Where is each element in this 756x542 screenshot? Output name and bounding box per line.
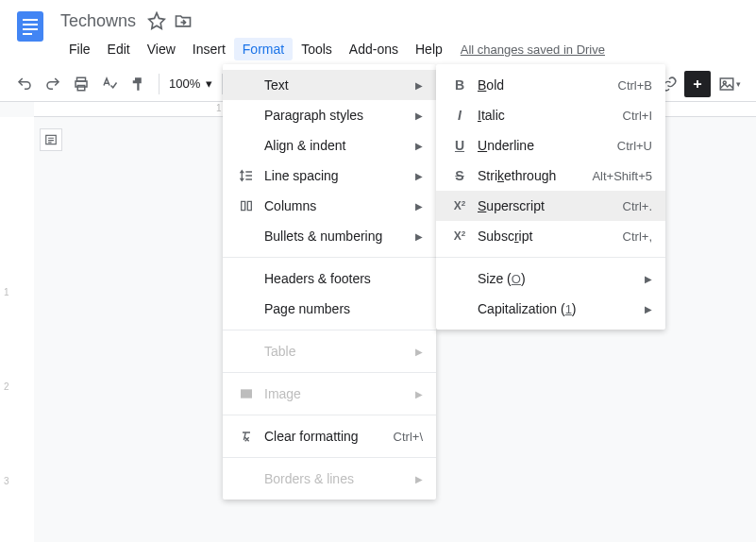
shortcut: Ctrl+I: [623, 109, 652, 123]
menu-format[interactable]: Format: [234, 38, 293, 60]
label: Bullets & numbering: [264, 229, 408, 244]
strike-icon: S: [449, 168, 470, 183]
chevron-right-icon: ▶: [645, 304, 652, 314]
menu-image: Image ▶: [223, 379, 436, 409]
text-submenu: B Bold Ctrl+B I Italic Ctrl+I U Underlin…: [436, 64, 665, 330]
shortcut: Alt+Shift+5: [592, 169, 652, 183]
svg-rect-4: [23, 33, 32, 35]
separator: [223, 372, 436, 373]
svg-rect-2: [23, 24, 38, 25]
label: Page numbers: [264, 301, 423, 316]
subscript-icon: X2: [449, 229, 470, 243]
label: Capitalization (1): [478, 301, 637, 316]
chevron-right-icon: ▶: [415, 201, 423, 212]
label: Columns: [264, 198, 408, 213]
redo-button[interactable]: [40, 71, 66, 97]
chevron-right-icon: ▶: [415, 231, 423, 242]
menu-help[interactable]: Help: [407, 38, 451, 60]
chevron-right-icon: ▶: [415, 80, 423, 91]
separator: [159, 74, 160, 94]
menu-strikethrough[interactable]: S Strikethrough Alt+Shift+5: [436, 161, 665, 191]
menu-borders-lines: Borders & lines ▶: [223, 464, 436, 494]
underline-icon: U: [449, 138, 470, 153]
menu-line-spacing[interactable]: Line spacing ▶: [223, 161, 436, 191]
menu-headers-footers[interactable]: Headers & footers: [223, 263, 436, 294]
label: Image: [264, 386, 408, 401]
label: Align & indent: [264, 138, 408, 153]
menu-insert[interactable]: Insert: [184, 38, 234, 60]
shortcut: Ctrl+\: [394, 430, 423, 444]
menu-edit[interactable]: Edit: [99, 38, 139, 60]
chevron-right-icon: ▶: [415, 347, 423, 357]
label: Underline: [478, 138, 617, 153]
label: Strikethrough: [478, 168, 592, 183]
menu-clear-formatting[interactable]: Clear formatting Ctrl+\: [223, 421, 436, 451]
menu-columns[interactable]: Columns ▶: [223, 191, 436, 221]
shortcut: Ctrl+B: [618, 78, 652, 93]
chevron-down-icon: ▾: [206, 76, 212, 91]
menu-size[interactable]: Size (O) ▶: [436, 263, 665, 294]
label: Clear formatting: [264, 429, 394, 444]
move-icon[interactable]: [174, 11, 193, 30]
svg-rect-0: [17, 11, 43, 42]
document-title[interactable]: Techowns: [60, 11, 136, 31]
spellcheck-button[interactable]: [96, 71, 123, 97]
menu-paragraph-styles[interactable]: Paragraph styles ▶: [223, 100, 436, 130]
saved-status[interactable]: All changes saved in Drive: [461, 42, 605, 57]
label: Headers & footers: [264, 271, 423, 286]
undo-button[interactable]: [11, 71, 38, 97]
menu-subscript[interactable]: X2 Subscript Ctrl+,: [436, 221, 665, 251]
zoom-select[interactable]: 100%▾: [165, 76, 216, 91]
italic-icon: I: [449, 108, 470, 123]
image-icon: [236, 386, 257, 401]
separator: [436, 257, 665, 258]
shortcut: Ctrl+U: [617, 139, 652, 153]
separator: [223, 415, 436, 415]
separator: [223, 257, 436, 258]
svg-rect-8: [720, 78, 733, 90]
chevron-right-icon: ▶: [415, 141, 423, 151]
menu-view[interactable]: View: [139, 38, 184, 60]
label: Bold: [478, 77, 618, 93]
menu-page-numbers[interactable]: Page numbers: [223, 294, 436, 324]
menu-addons[interactable]: Add-ons: [341, 38, 407, 60]
menu-bullets-numbering[interactable]: Bullets & numbering ▶: [223, 221, 436, 251]
menu-text[interactable]: Text ▶: [223, 70, 436, 100]
clear-format-icon: [236, 429, 257, 444]
line-spacing-icon: [236, 168, 257, 183]
svg-rect-1: [23, 19, 38, 21]
print-button[interactable]: [68, 71, 94, 97]
menu-capitalization[interactable]: Capitalization (1) ▶: [436, 294, 665, 324]
menu-table: Table ▶: [223, 336, 436, 366]
menu-italic[interactable]: I Italic Ctrl+I: [436, 100, 665, 130]
shortcut: Ctrl+,: [623, 229, 652, 244]
ruler-mark: 1: [216, 103, 222, 113]
menu-bold[interactable]: B Bold Ctrl+B: [436, 70, 665, 100]
docs-logo[interactable]: [11, 8, 49, 45]
format-dropdown: Text ▶ Paragraph styles ▶ Align & indent…: [223, 64, 436, 500]
label: Text: [264, 77, 408, 93]
menu-superscript[interactable]: X2 Superscript Ctrl+.: [436, 191, 665, 221]
star-icon[interactable]: [147, 11, 166, 30]
outline-toggle[interactable]: [40, 128, 62, 151]
bold-icon: B: [449, 77, 470, 93]
label: Paragraph styles: [264, 108, 408, 123]
label: Borders & lines: [264, 471, 408, 486]
menu-tools[interactable]: Tools: [293, 38, 341, 60]
separator: [223, 457, 436, 458]
chevron-right-icon: ▶: [415, 171, 423, 181]
chevron-right-icon: ▶: [415, 110, 423, 121]
menu-align-indent[interactable]: Align & indent ▶: [223, 130, 436, 161]
svg-rect-3: [23, 28, 38, 30]
menu-file[interactable]: File: [60, 38, 99, 60]
comment-button[interactable]: [684, 71, 711, 97]
menu-underline[interactable]: U Underline Ctrl+U: [436, 130, 665, 161]
vertical-ruler: 1 2 3: [0, 117, 34, 542]
image-button[interactable]: ▾: [716, 71, 743, 97]
label: Table: [264, 344, 408, 359]
columns-icon: [236, 198, 257, 213]
paint-format-button[interactable]: [125, 71, 151, 97]
label: Subscript: [478, 229, 623, 244]
chevron-right-icon: ▶: [415, 474, 423, 484]
label: Line spacing: [264, 168, 408, 183]
